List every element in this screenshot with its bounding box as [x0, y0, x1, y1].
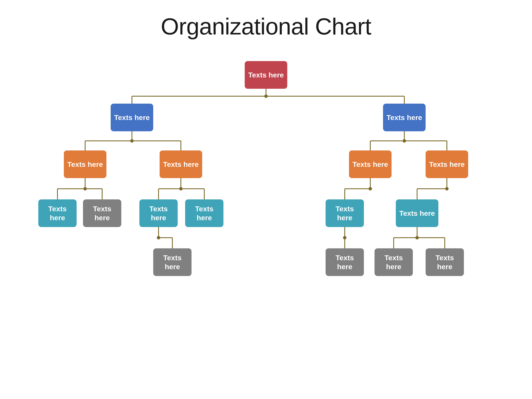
- svg-point-39: [343, 236, 346, 239]
- node-l3e: Texts here: [326, 199, 364, 227]
- org-chart: Texts here Texts here Texts here Texts h…: [21, 53, 511, 382]
- node-l3a: Texts here: [38, 199, 77, 227]
- node-l2c: Texts here: [349, 151, 392, 178]
- node-l4c: Texts here: [374, 248, 413, 276]
- node-l1b: Texts here: [383, 104, 426, 131]
- node-l4a: Texts here: [153, 248, 191, 276]
- svg-point-32: [445, 187, 449, 190]
- node-l2a: Texts here: [64, 151, 106, 178]
- node-l4d: Texts here: [426, 248, 464, 276]
- node-l3f: Texts here: [396, 199, 438, 227]
- svg-point-14: [403, 139, 406, 143]
- node-l4b: Texts here: [326, 248, 364, 276]
- node-l1a: Texts here: [111, 104, 153, 131]
- svg-point-36: [157, 236, 160, 239]
- page-title: Organizational Chart: [161, 13, 371, 40]
- node-l2d: Texts here: [426, 151, 468, 178]
- svg-point-28: [368, 187, 372, 190]
- svg-point-44: [415, 236, 419, 239]
- node-l3b: Texts here: [83, 199, 121, 227]
- node-l2b: Texts here: [160, 151, 202, 178]
- node-root: Texts here: [245, 61, 287, 89]
- svg-point-9: [130, 139, 134, 143]
- svg-point-24: [179, 187, 183, 190]
- node-l3c: Texts here: [139, 199, 178, 227]
- svg-point-4: [264, 95, 268, 98]
- node-l3d: Texts here: [185, 199, 223, 227]
- svg-point-19: [83, 187, 87, 190]
